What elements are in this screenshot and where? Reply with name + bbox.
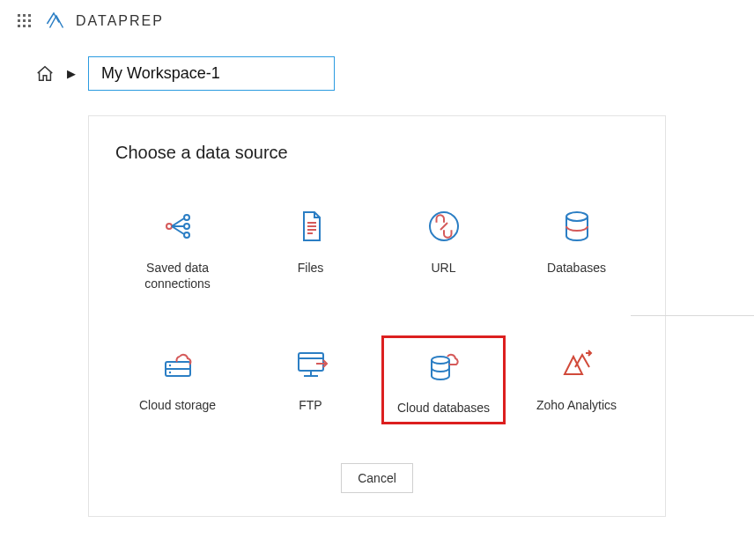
source-label: Zoho Analytics — [536, 397, 617, 413]
source-databases[interactable]: Databases — [514, 198, 639, 297]
svg-line-13 — [172, 218, 184, 226]
svg-point-9 — [166, 224, 172, 229]
zoho-analytics-icon — [554, 341, 600, 387]
svg-point-10 — [184, 215, 189, 220]
source-saved-connections[interactable]: Saved data connections — [115, 198, 240, 297]
source-label: Cloud storage — [139, 397, 216, 413]
svg-rect-0 — [18, 14, 20, 17]
svg-point-25 — [168, 365, 170, 366]
source-cloud-databases[interactable]: Cloud databases — [381, 335, 506, 424]
svg-point-22 — [566, 212, 588, 221]
svg-rect-2 — [28, 14, 31, 17]
svg-rect-4 — [23, 19, 26, 22]
svg-point-26 — [168, 372, 170, 373]
brand-text: DATAPREP — [76, 13, 164, 29]
panel-title: Choose a data source — [115, 143, 639, 163]
data-source-panel: Choose a data source Saved data connecti… — [88, 115, 666, 517]
dataprep-logo-icon — [46, 11, 67, 32]
svg-rect-27 — [299, 353, 323, 371]
cloud-databases-icon — [421, 343, 467, 389]
source-label: URL — [431, 260, 455, 276]
source-zoho-analytics[interactable]: Zoho Analytics — [514, 335, 639, 424]
source-label: Databases — [547, 260, 606, 276]
apps-grid-icon[interactable] — [18, 14, 32, 28]
saved-connections-icon — [155, 203, 201, 249]
svg-point-12 — [184, 232, 189, 238]
svg-line-15 — [172, 226, 184, 234]
files-icon — [288, 203, 334, 249]
source-label: Saved data connections — [117, 260, 238, 291]
home-icon[interactable] — [35, 64, 55, 84]
cancel-button[interactable]: Cancel — [341, 463, 413, 493]
breadcrumb-separator-icon: ▶ — [67, 67, 76, 80]
source-files[interactable]: Files — [248, 198, 373, 297]
cloud-storage-icon — [155, 341, 201, 387]
svg-rect-5 — [28, 19, 31, 22]
svg-rect-3 — [18, 19, 20, 22]
svg-rect-6 — [18, 25, 20, 27]
brand-logo: DATAPREP — [46, 11, 164, 32]
url-icon — [421, 203, 467, 249]
source-ftp[interactable]: FTP — [248, 335, 373, 424]
source-label: Cloud databases — [397, 400, 490, 416]
ftp-icon — [288, 341, 334, 387]
svg-rect-8 — [28, 25, 31, 27]
source-label: Files — [298, 260, 324, 276]
decorative-divider — [631, 315, 754, 316]
source-url[interactable]: URL — [381, 198, 506, 297]
svg-point-32 — [432, 357, 449, 364]
breadcrumb: ▶ — [0, 42, 754, 99]
databases-icon — [554, 203, 600, 249]
svg-line-21 — [440, 223, 447, 230]
svg-rect-7 — [23, 25, 26, 27]
svg-point-11 — [184, 224, 189, 229]
svg-rect-1 — [23, 14, 26, 17]
workspace-name-input[interactable] — [88, 56, 335, 91]
source-label: FTP — [299, 397, 322, 413]
source-cloud-storage[interactable]: Cloud storage — [115, 335, 240, 424]
